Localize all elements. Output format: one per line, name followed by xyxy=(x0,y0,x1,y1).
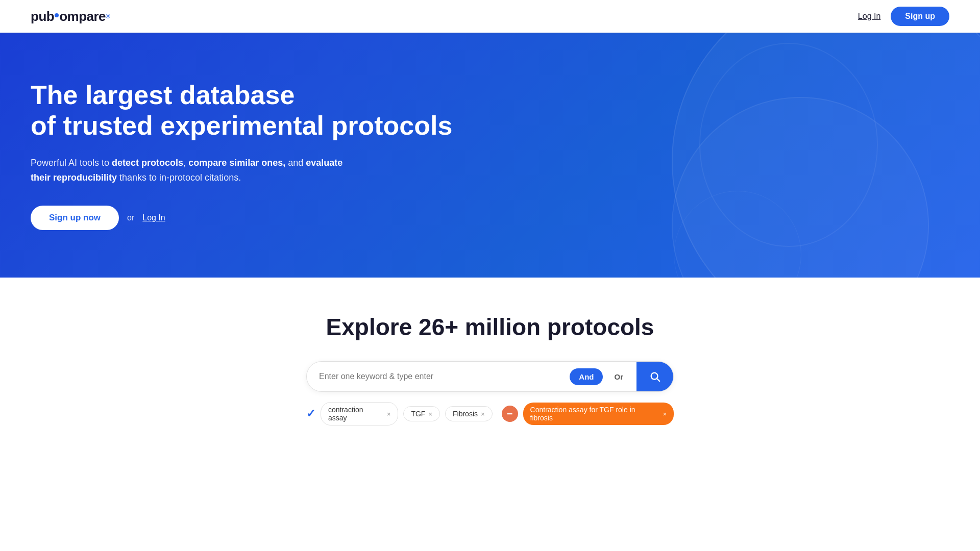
hero-signup-button[interactable]: Sign up now xyxy=(31,206,119,230)
hero-title-line2: of trusted experimental protocols xyxy=(31,111,452,140)
hero-subtitle-middle2: and xyxy=(285,158,306,168)
tag-contraction-assay-label: contraction assay xyxy=(328,406,384,422)
hero-subtitle-bold2: compare similar ones, xyxy=(188,158,285,168)
search-bar: And Or xyxy=(306,361,674,392)
logo-dot-icon xyxy=(55,13,59,17)
hero-subtitle-after: thanks to in-protocol citations. xyxy=(117,172,241,183)
hero-title-line1: The largest database xyxy=(31,80,295,110)
tag-contraction-assay-close[interactable]: × xyxy=(387,411,391,417)
logo-superscript: ® xyxy=(106,13,110,20)
hero-cta-or: or xyxy=(127,213,134,222)
logo-compare: ompare xyxy=(59,9,106,24)
tag-tgf-close[interactable]: × xyxy=(428,411,432,417)
hero-decoration2 xyxy=(674,191,801,278)
tags-row: ✓ contraction assay × TGF × Fibrosis × −… xyxy=(306,402,674,425)
tag-tgf-label: TGF xyxy=(411,410,425,418)
tag-combined-close[interactable]: × xyxy=(663,410,667,418)
nav-login-button[interactable]: Log In xyxy=(858,12,880,21)
explore-title: Explore 26+ million protocols xyxy=(326,313,654,341)
toggle-and-button[interactable]: And xyxy=(570,368,603,385)
hero-subtitle-before: Powerful AI tools to xyxy=(31,158,112,168)
tag-combined: Contraction assay for TGF role in fibros… xyxy=(523,403,674,425)
search-toggles: And Or xyxy=(566,368,636,385)
navbar: pub ompare ® Log In Sign up xyxy=(0,0,980,33)
hero-decoration xyxy=(699,43,878,247)
hero-cta: Sign up now or Log In xyxy=(31,206,452,230)
svg-line-1 xyxy=(657,379,659,381)
tag-contraction-assay: contraction assay × xyxy=(321,402,398,425)
hero-section: The largest database of trusted experime… xyxy=(0,33,980,278)
tag-combined-label: Contraction assay for TGF role in fibros… xyxy=(530,406,660,422)
logo-pub: pub xyxy=(31,9,54,24)
tag-fibrosis-close[interactable]: × xyxy=(481,411,485,417)
toggle-or-button[interactable]: Or xyxy=(605,368,632,385)
tag-tgf: TGF × xyxy=(403,406,440,421)
tag-fibrosis: Fibrosis × xyxy=(445,406,493,421)
search-icon xyxy=(649,371,660,382)
hero-title: The largest database of trusted experime… xyxy=(31,80,452,141)
tag-fibrosis-label: Fibrosis xyxy=(453,410,478,418)
search-input[interactable] xyxy=(307,363,566,390)
hero-subtitle: Powerful AI tools to detect protocols, c… xyxy=(31,156,347,185)
logo: pub ompare ® xyxy=(31,9,110,24)
hero-subtitle-bold1: detect protocols xyxy=(112,158,183,168)
hero-login-link[interactable]: Log In xyxy=(142,213,165,222)
and-checkmark-icon: ✓ xyxy=(306,407,315,420)
nav-signup-button[interactable]: Sign up xyxy=(891,7,949,26)
or-minus-icon: − xyxy=(502,406,518,422)
explore-section: Explore 26+ million protocols And Or ✓ c… xyxy=(0,278,980,466)
search-container: And Or ✓ contraction assay × TGF × xyxy=(306,361,674,425)
hero-content: The largest database of trusted experime… xyxy=(31,80,452,230)
search-button[interactable] xyxy=(636,362,673,391)
nav-actions: Log In Sign up xyxy=(858,7,949,26)
hero-subtitle-middle1: , xyxy=(183,158,188,168)
